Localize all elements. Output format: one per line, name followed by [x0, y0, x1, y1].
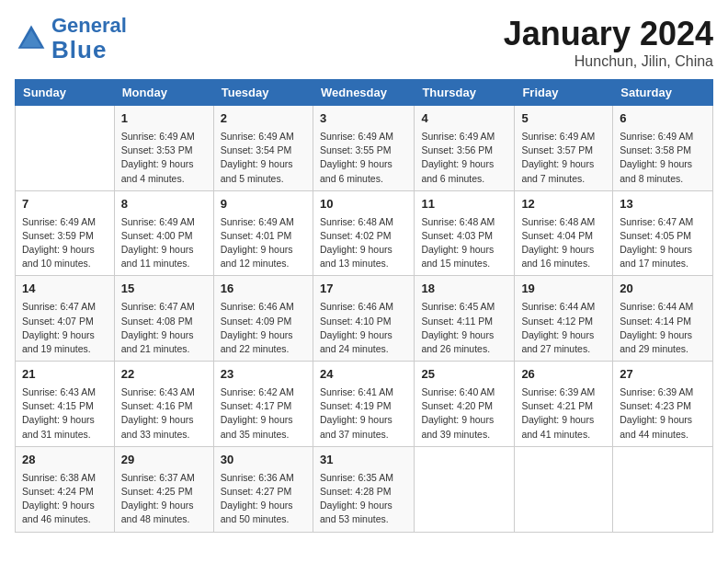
day-number: 5	[521, 110, 606, 128]
title-block: January 2024 Hunchun, Jilin, China	[504, 15, 713, 70]
weekday-header-friday: Friday	[515, 80, 613, 106]
calendar-cell: 21Sunrise: 6:43 AMSunset: 4:15 PMDayligh…	[16, 362, 115, 447]
calendar-cell: 14Sunrise: 6:47 AMSunset: 4:07 PMDayligh…	[16, 276, 115, 362]
calendar-header: SundayMondayTuesdayWednesdayThursdayFrid…	[16, 80, 713, 106]
day-info: Sunrise: 6:35 AMSunset: 4:28 PMDaylight:…	[320, 471, 407, 527]
calendar-cell: 1Sunrise: 6:49 AMSunset: 3:53 PMDaylight…	[114, 106, 213, 191]
calendar-cell: 25Sunrise: 6:40 AMSunset: 4:20 PMDayligh…	[415, 362, 515, 447]
day-number: 10	[320, 196, 407, 213]
weekday-header-thursday: Thursday	[415, 80, 515, 106]
day-number: 24	[320, 366, 407, 384]
calendar-cell: 12Sunrise: 6:48 AMSunset: 4:04 PMDayligh…	[515, 190, 613, 276]
day-info: Sunrise: 6:49 AMSunset: 3:55 PMDaylight:…	[320, 130, 407, 186]
day-number: 16	[221, 281, 306, 298]
day-number: 30	[221, 452, 306, 469]
day-info: Sunrise: 6:40 AMSunset: 4:20 PMDaylight:…	[421, 385, 507, 442]
day-info: Sunrise: 6:46 AMSunset: 4:09 PMDaylight:…	[221, 300, 306, 356]
calendar-cell: 19Sunrise: 6:44 AMSunset: 4:12 PMDayligh…	[515, 276, 613, 362]
day-info: Sunrise: 6:38 AMSunset: 4:24 PMDaylight:…	[22, 471, 108, 527]
day-number: 29	[121, 452, 207, 469]
day-info: Sunrise: 6:43 AMSunset: 4:15 PMDaylight:…	[22, 385, 108, 442]
day-info: Sunrise: 6:48 AMSunset: 4:04 PMDaylight:…	[521, 215, 606, 271]
calendar-cell: 18Sunrise: 6:45 AMSunset: 4:11 PMDayligh…	[415, 276, 515, 362]
day-number: 18	[421, 281, 507, 298]
calendar-cell: 23Sunrise: 6:42 AMSunset: 4:17 PMDayligh…	[213, 362, 313, 447]
day-info: Sunrise: 6:45 AMSunset: 4:11 PMDaylight:…	[421, 300, 507, 356]
calendar-cell: 15Sunrise: 6:47 AMSunset: 4:08 PMDayligh…	[114, 276, 213, 362]
day-info: Sunrise: 6:49 AMSunset: 3:53 PMDaylight:…	[121, 130, 207, 186]
calendar-week-row: 21Sunrise: 6:43 AMSunset: 4:15 PMDayligh…	[16, 362, 713, 447]
weekday-header-wednesday: Wednesday	[313, 80, 414, 106]
logo-text: General Blue	[51, 15, 127, 63]
day-info: Sunrise: 6:39 AMSunset: 4:23 PMDaylight:…	[620, 385, 706, 442]
day-number: 28	[22, 452, 108, 469]
weekday-header-saturday: Saturday	[613, 80, 713, 106]
calendar-cell: 27Sunrise: 6:39 AMSunset: 4:23 PMDayligh…	[613, 362, 713, 447]
weekday-header-sunday: Sunday	[16, 80, 115, 106]
day-info: Sunrise: 6:36 AMSunset: 4:27 PMDaylight:…	[221, 471, 306, 527]
day-info: Sunrise: 6:46 AMSunset: 4:10 PMDaylight:…	[320, 300, 407, 356]
calendar-week-row: 14Sunrise: 6:47 AMSunset: 4:07 PMDayligh…	[16, 276, 713, 362]
calendar-cell: 7Sunrise: 6:49 AMSunset: 3:59 PMDaylight…	[16, 190, 115, 276]
calendar-cell: 20Sunrise: 6:44 AMSunset: 4:14 PMDayligh…	[613, 276, 713, 362]
day-number: 27	[620, 366, 706, 384]
day-info: Sunrise: 6:41 AMSunset: 4:19 PMDaylight:…	[320, 385, 407, 442]
calendar-table: SundayMondayTuesdayWednesdayThursdayFrid…	[15, 79, 713, 533]
day-info: Sunrise: 6:44 AMSunset: 4:12 PMDaylight:…	[521, 300, 606, 356]
day-number: 11	[421, 196, 507, 213]
weekday-header-monday: Monday	[114, 80, 213, 106]
day-info: Sunrise: 6:39 AMSunset: 4:21 PMDaylight:…	[521, 385, 606, 442]
calendar-cell: 28Sunrise: 6:38 AMSunset: 4:24 PMDayligh…	[16, 446, 115, 532]
calendar-cell: 13Sunrise: 6:47 AMSunset: 4:05 PMDayligh…	[613, 190, 713, 276]
day-number: 2	[221, 110, 306, 128]
calendar-cell: 2Sunrise: 6:49 AMSunset: 3:54 PMDaylight…	[213, 106, 313, 191]
day-info: Sunrise: 6:48 AMSunset: 4:02 PMDaylight:…	[320, 215, 407, 271]
calendar-cell	[16, 106, 115, 191]
logo: General Blue	[15, 15, 127, 63]
day-info: Sunrise: 6:44 AMSunset: 4:14 PMDaylight:…	[620, 300, 706, 356]
calendar-body: 1Sunrise: 6:49 AMSunset: 3:53 PMDaylight…	[16, 106, 713, 533]
day-info: Sunrise: 6:49 AMSunset: 3:58 PMDaylight:…	[620, 130, 706, 186]
calendar-week-row: 28Sunrise: 6:38 AMSunset: 4:24 PMDayligh…	[16, 446, 713, 532]
day-info: Sunrise: 6:49 AMSunset: 3:57 PMDaylight:…	[521, 130, 606, 186]
day-info: Sunrise: 6:47 AMSunset: 4:07 PMDaylight:…	[22, 300, 108, 356]
calendar-cell	[415, 446, 515, 532]
calendar-cell: 29Sunrise: 6:37 AMSunset: 4:25 PMDayligh…	[114, 446, 213, 532]
day-number: 22	[121, 366, 207, 384]
calendar-cell: 30Sunrise: 6:36 AMSunset: 4:27 PMDayligh…	[213, 446, 313, 532]
day-info: Sunrise: 6:48 AMSunset: 4:03 PMDaylight:…	[421, 215, 507, 271]
day-number: 7	[22, 196, 108, 213]
day-number: 15	[121, 281, 207, 298]
day-number: 3	[320, 110, 407, 128]
day-number: 21	[22, 366, 108, 384]
day-info: Sunrise: 6:49 AMSunset: 3:54 PMDaylight:…	[221, 130, 306, 186]
calendar-cell: 4Sunrise: 6:49 AMSunset: 3:56 PMDaylight…	[415, 106, 515, 191]
calendar-cell: 10Sunrise: 6:48 AMSunset: 4:02 PMDayligh…	[313, 190, 414, 276]
day-number: 1	[121, 110, 207, 128]
day-number: 12	[521, 196, 606, 213]
weekday-header-tuesday: Tuesday	[213, 80, 313, 106]
calendar-cell: 8Sunrise: 6:49 AMSunset: 4:00 PMDaylight…	[114, 190, 213, 276]
logo-line1: General	[51, 14, 127, 37]
day-info: Sunrise: 6:37 AMSunset: 4:25 PMDaylight:…	[121, 471, 207, 527]
day-info: Sunrise: 6:49 AMSunset: 4:01 PMDaylight:…	[221, 215, 306, 271]
location: Hunchun, Jilin, China	[504, 53, 713, 70]
day-info: Sunrise: 6:47 AMSunset: 4:08 PMDaylight:…	[121, 300, 207, 356]
day-number: 6	[620, 110, 706, 128]
calendar-cell: 3Sunrise: 6:49 AMSunset: 3:55 PMDaylight…	[313, 106, 414, 191]
calendar-cell: 17Sunrise: 6:46 AMSunset: 4:10 PMDayligh…	[313, 276, 414, 362]
page-header: General Blue January 2024 Hunchun, Jilin…	[15, 15, 713, 70]
day-number: 23	[221, 366, 306, 384]
day-number: 8	[121, 196, 207, 213]
day-number: 20	[620, 281, 706, 298]
day-number: 31	[320, 452, 407, 469]
calendar-cell: 6Sunrise: 6:49 AMSunset: 3:58 PMDaylight…	[613, 106, 713, 191]
calendar-cell	[613, 446, 713, 532]
month-title: January 2024	[504, 15, 713, 53]
day-info: Sunrise: 6:49 AMSunset: 4:00 PMDaylight:…	[121, 215, 207, 271]
day-info: Sunrise: 6:47 AMSunset: 4:05 PMDaylight:…	[620, 215, 706, 271]
calendar-cell: 11Sunrise: 6:48 AMSunset: 4:03 PMDayligh…	[415, 190, 515, 276]
logo-icon	[15, 22, 48, 55]
calendar-cell: 16Sunrise: 6:46 AMSunset: 4:09 PMDayligh…	[213, 276, 313, 362]
day-number: 14	[22, 281, 108, 298]
